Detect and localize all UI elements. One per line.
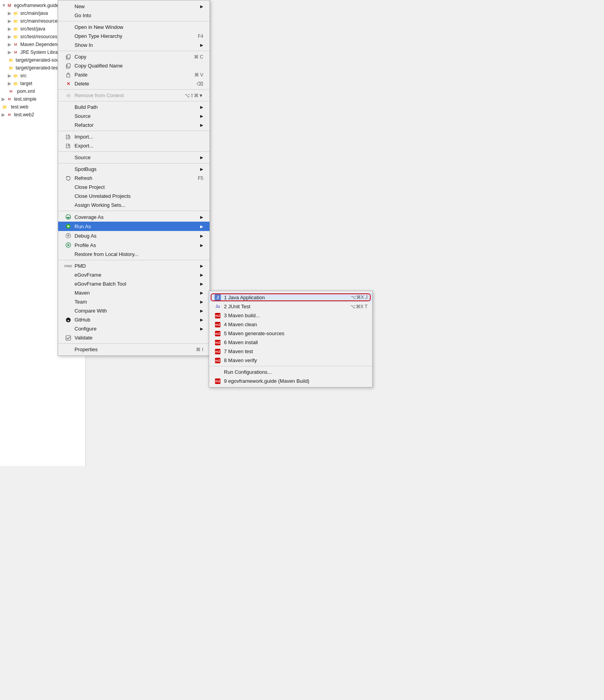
maven-icon: M	[12, 41, 19, 48]
submenu-item-maven-build-egov[interactable]: m2 9 egovframework.guide (Maven Build)	[209, 377, 372, 386]
menu-label-restore-local: Restore from Local History...	[75, 251, 203, 257]
menu-item-source2[interactable]: Source ▶	[58, 153, 210, 162]
menu-item-new[interactable]: New ▶	[58, 2, 210, 11]
menu-item-open-new-window[interactable]: Open in New Window	[58, 23, 210, 32]
submenu-label-maven-build: 3 Maven build...	[224, 313, 368, 318]
submenu-arrow: ▶	[200, 234, 203, 238]
expand-arrow: ▶	[8, 26, 12, 32]
submenu-item-maven-test[interactable]: m2 7 Maven test	[209, 347, 372, 356]
menu-item-compare-with[interactable]: Compare With ▶	[58, 306, 210, 315]
menu-item-export[interactable]: Export...	[58, 141, 210, 150]
menu-item-source[interactable]: Source ▶	[58, 112, 210, 121]
maven-egov-icon: m2	[214, 378, 222, 384]
menu-label-build-path: Build Path	[75, 104, 197, 110]
svg-text:●: ●	[68, 318, 69, 322]
separator-6	[58, 151, 210, 152]
shortcut-refresh: F5	[198, 176, 203, 181]
submenu-item-maven-build[interactable]: m2 3 Maven build...	[209, 311, 372, 320]
copy-icon	[64, 54, 72, 60]
menu-item-assign-working-sets[interactable]: Assign Working Sets...	[58, 201, 210, 210]
menu-item-close-unrelated[interactable]: Close Unrelated Projects	[58, 192, 210, 201]
submenu-arrow: ▶	[200, 123, 203, 127]
menu-item-copy[interactable]: Copy ⌘ C	[58, 52, 210, 61]
menu-item-refactor[interactable]: Refactor ▶	[58, 121, 210, 130]
shortcut-properties: ⌘ I	[196, 347, 203, 352]
menu-item-run-as[interactable]: Run As ▶	[58, 222, 210, 231]
remove-context-icon: ⊖	[64, 92, 72, 98]
shortcut-copy: ⌘ C	[194, 54, 203, 60]
svg-rect-1	[67, 55, 70, 58]
validate-icon	[64, 335, 72, 341]
menu-item-validate[interactable]: Validate	[58, 333, 210, 342]
import-icon	[64, 134, 72, 140]
submenu-item-maven-clean[interactable]: m2 4 Maven clean	[209, 320, 372, 329]
submenu-item-java-app[interactable]: J 1 Java Application ⌥⌘X J	[209, 293, 372, 302]
menu-label-debug-as: Debug As	[75, 233, 197, 239]
expand-arrow: ▶	[2, 112, 6, 117]
folder-icon: 📁	[12, 80, 19, 87]
submenu-label-maven-install: 6 Maven install	[224, 339, 368, 345]
sidebar-item-label: test.simple	[14, 96, 36, 102]
submenu-arrow: ▶	[200, 4, 203, 9]
menu-label-open-new-window: Open in New Window	[75, 24, 203, 30]
run-as-submenu: J 1 Java Application ⌥⌘X J Ju 2 JUnit Te…	[209, 291, 373, 387]
menu-item-show-in[interactable]: Show In ▶	[58, 41, 210, 50]
menu-item-configure[interactable]: Configure ▶	[58, 324, 210, 333]
menu-item-team[interactable]: Team ▶	[58, 297, 210, 306]
menu-item-profile-as[interactable]: Profile As ▶	[58, 240, 210, 250]
submenu-separator-1	[209, 366, 372, 366]
menu-item-remove-context[interactable]: ⊖ Remove from Context ⌥⇧⌘▼	[58, 91, 210, 100]
folder-icon: 📁	[8, 57, 14, 63]
profile-icon	[64, 242, 72, 248]
menu-label-refactor: Refactor	[75, 122, 197, 128]
menu-item-open-type-hierarchy[interactable]: Open Type Hierarchy F4	[58, 32, 210, 41]
menu-label-export: Export...	[75, 143, 203, 149]
menu-item-egovframe-batch[interactable]: eGovFrame Batch Tool ▶	[58, 279, 210, 288]
submenu-item-maven-install[interactable]: m2 6 Maven install	[209, 338, 372, 347]
shortcut-paste: ⌘ V	[194, 72, 203, 78]
submenu-item-junit[interactable]: Ju 2 JUnit Test ⌥⌘X T	[209, 302, 372, 311]
maven-verify-icon: m2	[214, 358, 222, 363]
menu-item-properties[interactable]: Properties ⌘ I	[58, 345, 210, 354]
menu-label-egovframe: eGovFrame	[75, 272, 197, 278]
menu-item-refresh[interactable]: Refresh F5	[58, 174, 210, 183]
menu-label-source: Source	[75, 113, 197, 119]
shortcut-delete: ⌫	[197, 81, 203, 87]
menu-item-coverage-as[interactable]: Coverage As ▶	[58, 212, 210, 222]
sidebar-item-label: src/main/resources	[20, 18, 60, 24]
submenu-arrow: ▶	[200, 282, 203, 286]
submenu-item-run-configurations[interactable]: Run Configurations...	[209, 368, 372, 377]
copy-qualified-icon	[64, 63, 72, 69]
delete-icon: ✕	[64, 81, 72, 87]
submenu-arrow: ▶	[200, 215, 203, 219]
submenu-arrow: ▶	[200, 243, 203, 247]
menu-item-delete[interactable]: ✕ Delete ⌫	[58, 79, 210, 88]
submenu-label-maven-generate: 5 Maven generate-sources	[224, 330, 368, 336]
menu-item-copy-qualified[interactable]: Copy Qualified Name	[58, 61, 210, 70]
junit-icon: Ju	[214, 304, 222, 309]
menu-item-build-path[interactable]: Build Path ▶	[58, 103, 210, 112]
submenu-item-maven-verify[interactable]: m2 8 Maven verify	[209, 356, 372, 365]
pmd-icon: PMD	[64, 264, 72, 268]
menu-item-debug-as[interactable]: Debug As ▶	[58, 231, 210, 240]
menu-item-close-project[interactable]: Close Project	[58, 183, 210, 192]
submenu-label-run-configurations: Run Configurations...	[224, 369, 368, 375]
menu-item-go-into[interactable]: Go Into	[58, 11, 210, 20]
menu-item-github[interactable]: ● GitHub ▶	[58, 315, 210, 324]
menu-label-refresh: Refresh	[75, 175, 190, 181]
submenu-label-java-app: 1 Java Application	[224, 295, 343, 300]
folder-icon: 📁	[12, 34, 19, 40]
sidebar-item-label: src	[20, 73, 27, 78]
menu-label-copy-qualified: Copy Qualified Name	[75, 63, 203, 69]
submenu-item-maven-generate[interactable]: m2 5 Maven generate-sources	[209, 329, 372, 338]
menu-label-remove-context: Remove from Context	[75, 92, 177, 98]
menu-label-new: New	[75, 4, 197, 9]
menu-item-pmd[interactable]: PMD PMD ▶	[58, 261, 210, 270]
menu-item-maven[interactable]: Maven ▶	[58, 288, 210, 297]
menu-item-paste[interactable]: Paste ⌘ V	[58, 70, 210, 79]
submenu-arrow: ▶	[200, 291, 203, 295]
menu-item-restore-local[interactable]: Restore from Local History...	[58, 250, 210, 259]
menu-item-egovframe[interactable]: eGovFrame ▶	[58, 270, 210, 279]
menu-item-spotbugs[interactable]: SpotBugs ▶	[58, 165, 210, 174]
menu-item-import[interactable]: Import...	[58, 132, 210, 141]
